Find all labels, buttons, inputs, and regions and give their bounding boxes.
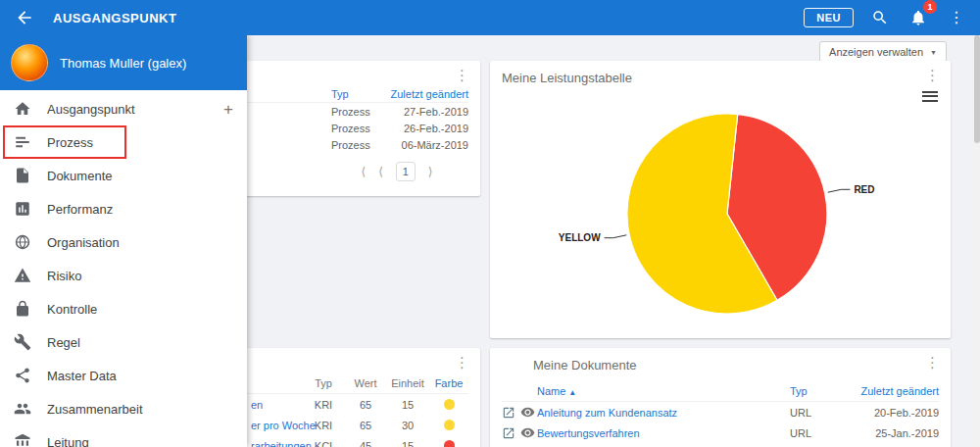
navigation-drawer: Thomas Muller (galex) Ausgangspunkt + Pr… — [0, 35, 247, 447]
documents-table: Meine Dokumente Name▲ Typ Zuletzt geände… — [490, 348, 951, 447]
metric-link[interactable]: en — [251, 399, 263, 411]
notifications-button[interactable]: 1 — [906, 6, 930, 29]
table-row[interactable]: EPC 11.0 Suite System Requirements Datei… — [502, 443, 939, 447]
sort-asc-icon: ▲ — [568, 388, 576, 397]
table-row[interactable]: Anleitung zum Kundenansatz URL 20-Feb.-2… — [502, 402, 939, 422]
wrench-icon — [14, 333, 31, 351]
status-color-dot — [444, 440, 455, 447]
back-arrow-icon — [15, 8, 34, 27]
next-page-button[interactable]: ⟩ — [428, 165, 433, 178]
sidebar-item-label: Ausgangspunkt — [47, 102, 135, 117]
sidebar-item-dokumente[interactable]: Dokumente — [0, 159, 247, 192]
card-menu-button[interactable]: ⋮ — [451, 351, 473, 373]
sidebar-item-master-data[interactable]: Master Data — [0, 359, 247, 392]
vertical-dots-icon: ⋮ — [949, 10, 964, 25]
add-home-page-button[interactable]: + — [223, 101, 233, 118]
scrollbar-thumb[interactable] — [974, 35, 980, 143]
sidebar-item-leitung[interactable]: Leitung — [0, 425, 247, 447]
sidebar-item-label: Zusammenarbeit — [47, 402, 143, 417]
home-icon — [14, 100, 31, 118]
sidebar-item-performanz[interactable]: Performanz — [0, 192, 247, 225]
first-page-button[interactable]: ⟨ — [361, 165, 366, 178]
card-menu-button[interactable]: ⋮ — [921, 64, 944, 86]
people-icon — [14, 400, 31, 418]
sidebar-item-zusammenarbeit[interactable]: Zusammenarbeit — [0, 392, 247, 425]
previous-page-button[interactable]: ⟨ — [378, 165, 383, 178]
user-header[interactable]: Thomas Muller (galex) — [0, 35, 247, 90]
chart-icon — [14, 200, 31, 218]
open-link-icon[interactable] — [502, 406, 515, 420]
bank-icon — [14, 433, 31, 447]
chevron-down-icon: ▼ — [930, 49, 937, 56]
sidebar-item-ausgangspunkt[interactable]: Ausgangspunkt + — [0, 92, 247, 125]
column-header-modified[interactable]: Zuletzt geändert — [841, 385, 939, 397]
sidebar-item-risiko[interactable]: Risiko — [0, 259, 247, 292]
sidebar-item-organisation[interactable]: Organisation — [0, 225, 247, 259]
table-row[interactable]: Bewertungsverfahren URL 25-Jan.-2019 — [502, 422, 939, 443]
metric-link[interactable]: rarbeitungen — [251, 440, 312, 447]
sidebar-item-label: Leitung — [47, 435, 89, 447]
sidebar-item-label: Master Data — [47, 369, 117, 383]
card-menu-button[interactable]: ⋮ — [451, 64, 473, 86]
overflow-menu-button[interactable]: ⋮ — [945, 6, 968, 29]
pie-chart-area: REDYELLOW — [490, 98, 951, 341]
column-header-farbe[interactable]: Farbe — [429, 377, 468, 389]
neu-button[interactable]: NEU — [804, 8, 854, 27]
back-button[interactable] — [12, 5, 37, 30]
preview-eye-icon[interactable] — [520, 405, 535, 420]
card-title: Meine Leistungstabelle — [490, 61, 951, 85]
sidebar-item-regel[interactable]: Regel — [0, 325, 247, 359]
card-menu-button[interactable]: ⋮ — [921, 351, 944, 373]
sidebar-item-label: Organisation — [47, 235, 120, 250]
globe-icon — [14, 233, 31, 251]
preview-eye-icon[interactable] — [520, 425, 535, 440]
sidebar-item-label: Performanz — [47, 202, 113, 217]
search-icon — [871, 9, 889, 26]
column-header-einheit[interactable]: Einheit — [386, 377, 429, 389]
performance-table-card: Meine Leistungstabelle ⋮ REDYELLOW — [490, 61, 951, 338]
sidebar-item-label: Dokumente — [47, 169, 112, 183]
document-icon — [14, 167, 31, 184]
warning-icon — [14, 267, 31, 284]
current-page[interactable]: 1 — [396, 162, 416, 181]
notification-badge: 1 — [923, 0, 937, 14]
sidebar-item-label: Risiko — [47, 269, 81, 283]
column-header-modified[interactable]: Zuletzt geändert — [374, 88, 468, 100]
vertical-scrollbar[interactable] — [974, 35, 980, 447]
svg-text:RED: RED — [854, 184, 874, 195]
search-button[interactable] — [868, 6, 892, 29]
svg-text:YELLOW: YELLOW — [559, 232, 601, 243]
sidebar-menu: Ausgangspunkt + Prozess Dokumente Perfor… — [0, 90, 247, 447]
column-header-typ[interactable]: Typ — [302, 377, 345, 389]
user-name: Thomas Muller (galex) — [60, 56, 186, 71]
share-network-icon — [14, 367, 31, 384]
avatar[interactable] — [11, 44, 48, 81]
manage-views-button[interactable]: Anzeigen verwalten ▼ — [819, 41, 947, 63]
card-title: Meine Dokumente — [533, 358, 939, 372]
manage-views-label: Anzeigen verwalten — [829, 46, 923, 58]
sidebar-item-kontrolle[interactable]: Kontrolle — [0, 292, 247, 325]
page-title: AUSGANGSPUNKT — [53, 11, 176, 25]
pie-chart[interactable]: REDYELLOW — [490, 98, 951, 338]
column-header-wert[interactable]: Wert — [345, 377, 386, 389]
sidebar-item-label: Regel — [47, 335, 80, 350]
status-color-dot — [444, 399, 455, 410]
app-bar: AUSGANGSPUNKT NEU 1 ⋮ — [0, 0, 980, 35]
column-header-name[interactable]: Name▲ — [537, 385, 790, 397]
document-link[interactable]: Anleitung zum Kundenansatz — [537, 407, 677, 419]
metric-link[interactable]: er pro Woche — [251, 420, 316, 431]
sidebar-item-prozess[interactable]: Prozess — [0, 125, 247, 159]
status-color-dot — [444, 420, 455, 430]
column-header-typ[interactable]: Typ — [790, 385, 841, 397]
sidebar-item-label: Kontrolle — [47, 302, 97, 317]
lock-icon — [14, 300, 31, 318]
documents-card: ⋮ Meine Dokumente Name▲ Typ Zuletzt geän… — [490, 348, 951, 447]
document-link[interactable]: Bewertungsverfahren — [537, 427, 640, 439]
column-header-typ[interactable]: Typ — [331, 88, 374, 100]
sidebar-item-label: Prozess — [47, 135, 93, 150]
open-link-icon[interactable] — [502, 426, 515, 440]
process-icon — [14, 133, 31, 151]
